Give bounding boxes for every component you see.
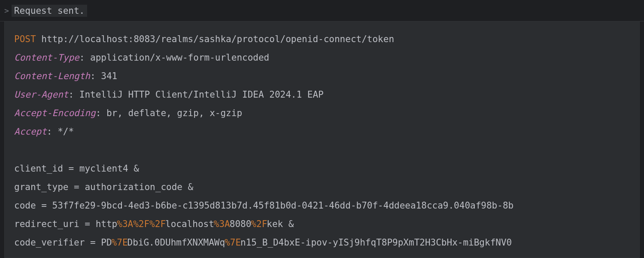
status-text: Request sent. [12,5,87,17]
body-value: myclient4 [79,163,128,174]
body-line: grant_type = authorization_code & [14,178,630,197]
header-line: Content-Length: 341 [14,67,630,86]
header-line: Accept: */* [14,123,630,141]
body-value: authorization_code [85,182,182,192]
header-value: 341 [101,71,117,81]
chevron-icon: > [4,6,9,15]
header-value: application/x-www-form-urlencoded [90,52,269,63]
request-url: http://localhost:8083/realms/sashka/prot… [41,34,394,44]
body-key: code [14,200,36,211]
body-line: redirect_uri = http%3A%2F%2Flocalhost%3A… [14,215,630,233]
header-line: User-Agent: IntelliJ HTTP Client/Intelli… [14,86,630,104]
header-name: Content-Type [14,52,79,63]
header-name: Accept [14,126,47,137]
body-key: redirect_uri [14,219,79,229]
body-key: client_id [14,163,63,174]
body-value: 53f7fe29-9bcd-4ed3-b6be-c1395d813b7d.45f… [52,200,514,211]
body-line: code = 53f7fe29-9bcd-4ed3-b6be-c1395d813… [14,197,630,215]
console-header: > Request sent. [0,0,644,22]
header-name: User-Agent [14,89,68,100]
header-line: Content-Type: application/x-www-form-url… [14,49,630,67]
body-value: http%3A%2F%2Flocalhost%3A8080%2Fkek [96,219,283,229]
body-value: PD%7EDbiG.0DUhmfXNXMAWq%7En15_B_D4bxE-ip… [101,237,512,248]
header-name: Content-Length [14,71,90,81]
header-line: Accept-Encoding: br, deflate, gzip, x-gz… [14,104,630,123]
body-key: grant_type [14,182,68,192]
header-value: IntelliJ HTTP Client/IntelliJ IDEA 2024.… [79,89,324,100]
request-line: POST http://localhost:8083/realms/sashka… [14,30,630,49]
body-key: code_verifier [14,237,85,248]
body-line: code_verifier = PD%7EDbiG.0DUhmfXNXMAWq%… [14,233,630,252]
body-line: client_id = myclient4 & [14,160,630,178]
header-value: */* [58,126,74,137]
request-panel[interactable]: POST http://localhost:8083/realms/sashka… [4,22,640,258]
header-name: Accept-Encoding [14,108,96,118]
blank-line [14,141,630,160]
http-method: POST [14,34,36,44]
header-value: br, deflate, gzip, x-gzip [106,108,242,118]
